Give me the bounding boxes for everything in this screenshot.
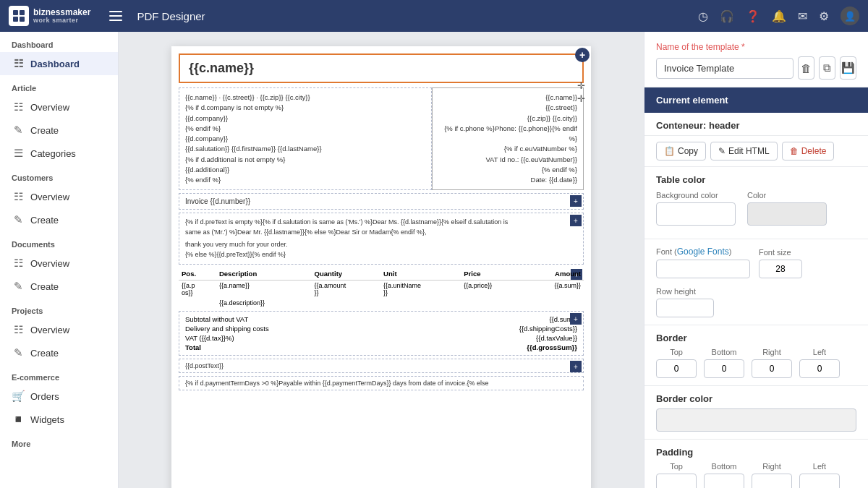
user-icon[interactable]: 👤 bbox=[841, 7, 859, 25]
section-handle-middle[interactable]: ✛ bbox=[577, 93, 585, 104]
border-bottom-input[interactable] bbox=[704, 359, 744, 378]
table-color-row: Background color Color bbox=[656, 191, 856, 226]
border-top-label: Top bbox=[656, 348, 697, 356]
template-name-input[interactable] bbox=[656, 58, 793, 79]
hamburger-menu[interactable] bbox=[106, 8, 125, 24]
svg-rect-3 bbox=[20, 17, 25, 22]
orders-icon: 🛒 bbox=[12, 390, 25, 403]
sidebar-item-ecommerce-widgets[interactable]: ◾ Widgets bbox=[0, 408, 118, 431]
table-col-pos: Pos. bbox=[179, 267, 216, 281]
sidebar-item-customers-create-label: Create bbox=[30, 215, 59, 226]
padding-bottom-input[interactable] bbox=[704, 474, 744, 488]
sidebar-item-ecommerce-orders[interactable]: 🛒 Orders bbox=[0, 385, 118, 408]
pdf-footer-block[interactable]: {% if d.paymentTermDays >0 %}Payable wit… bbox=[179, 376, 584, 390]
vat-value: {{d.taxValue}} bbox=[536, 334, 577, 342]
border-right-input[interactable] bbox=[752, 359, 792, 378]
pdf-address-left[interactable]: {{c.name}} · {{c.street}} · {{c.zip}} {{… bbox=[179, 87, 432, 190]
padding-labels: Top Bottom Right Left bbox=[656, 462, 856, 471]
customers-create-icon: ✎ bbox=[12, 213, 25, 226]
sidebar-item-documents-create-label: Create bbox=[30, 281, 59, 292]
projects-create-icon: ✎ bbox=[12, 346, 25, 359]
color-swatch[interactable] bbox=[747, 202, 827, 226]
pdf-address-left-line4: {% endif %} bbox=[185, 124, 425, 134]
pdf-subtotals-block[interactable]: + Subtotal without VAT {{d.sum}} Deliver… bbox=[179, 311, 584, 356]
sidebar-item-article-categories[interactable]: ☰ Categories bbox=[0, 142, 118, 165]
padding-top-input[interactable] bbox=[656, 474, 697, 488]
border-bottom-label: Bottom bbox=[704, 348, 744, 356]
sidebar-item-documents-overview[interactable]: ☷ Overview bbox=[0, 252, 118, 275]
padding-right-input[interactable] bbox=[752, 474, 792, 488]
help-icon[interactable]: ❓ bbox=[746, 9, 760, 23]
pdf-body-text-block[interactable]: {% if d.preText is empty %}{% if d.salut… bbox=[179, 213, 584, 265]
pdf-add-button[interactable]: + bbox=[575, 48, 590, 62]
bell-icon[interactable]: 🔔 bbox=[772, 9, 786, 23]
template-save-button[interactable]: 💾 bbox=[840, 56, 856, 80]
current-element-label: Current element bbox=[656, 95, 728, 106]
section-ecommerce: E-commerce bbox=[0, 364, 118, 385]
delete-button[interactable]: 🗑 Delete bbox=[782, 142, 835, 160]
font-size-input[interactable] bbox=[759, 260, 802, 278]
pdf-address-right[interactable]: {{c.name}} {{c.street}} {{c.zip}} {{c.ci… bbox=[432, 87, 584, 190]
email-icon[interactable]: ✉ bbox=[798, 9, 807, 23]
bg-color-swatch[interactable] bbox=[656, 202, 736, 226]
sidebar-item-customers-overview[interactable]: ☷ Overview bbox=[0, 185, 118, 208]
invoice-number-add[interactable]: + bbox=[570, 195, 582, 207]
border-left-input[interactable] bbox=[799, 359, 840, 378]
pdf-addr-right-phone: {% if c.phone %}Phone: {{c.phone}}{% end… bbox=[438, 124, 577, 145]
subtotals-add[interactable]: + bbox=[570, 313, 582, 325]
total-label: Total bbox=[185, 343, 201, 351]
topbar: biznessmaker work smarter PDF Designer ◷… bbox=[0, 0, 868, 32]
sidebar-item-customers-create[interactable]: ✎ Create bbox=[0, 208, 118, 231]
table-col-amount: Amount bbox=[524, 267, 584, 281]
pdf-invoice-number-block[interactable]: Invoice {{d.number}} + bbox=[179, 193, 584, 210]
border-color-swatch[interactable] bbox=[656, 408, 856, 432]
table-color-title: Table color bbox=[656, 174, 856, 185]
headphone-icon[interactable]: 🎧 bbox=[720, 9, 734, 23]
settings-icon[interactable]: ⚙ bbox=[819, 9, 829, 23]
copy-button[interactable]: 📋 Copy bbox=[656, 142, 706, 160]
pdf-addr-right-vat-endif: {% endif %} bbox=[438, 165, 577, 175]
sidebar-item-article-overview[interactable]: ☷ Overview bbox=[0, 95, 118, 119]
sidebar-item-projects-overview[interactable]: ☷ Overview bbox=[0, 318, 118, 341]
section-documents: Documents bbox=[0, 231, 118, 252]
sidebar-item-projects-overview-label: Overview bbox=[30, 325, 69, 335]
padding-left-input[interactable] bbox=[799, 474, 840, 488]
padding-section: Padding Top Bottom Right Left bbox=[644, 440, 868, 488]
body-text-add[interactable]: + bbox=[570, 215, 582, 226]
sidebar-item-dashboard[interactable]: ☷ Dashboard bbox=[0, 52, 118, 75]
font-family-group: Font (Google Fonts) bbox=[656, 247, 750, 278]
border-right-label: Right bbox=[752, 348, 792, 356]
pdf-invoice-number-text: Invoice {{d.number}} bbox=[185, 197, 250, 205]
pdf-header-name-block[interactable]: {{c.name}} + bbox=[179, 53, 584, 83]
alarm-icon[interactable]: ◷ bbox=[698, 9, 708, 23]
font-family-label: Font (Google Fonts) bbox=[656, 247, 750, 257]
font-row: Font (Google Fonts) Font size Row height bbox=[656, 247, 856, 317]
border-labels: Top Bottom Right Left bbox=[656, 348, 856, 356]
sidebar-item-article-categories-label: Categories bbox=[30, 148, 76, 159]
sidebar-item-projects-create[interactable]: ✎ Create bbox=[0, 341, 118, 364]
template-copy-button[interactable]: ⧉ bbox=[819, 56, 835, 80]
padding-left-label: Left bbox=[799, 462, 840, 471]
article-create-icon: ✎ bbox=[12, 124, 25, 137]
projects-overview-icon: ☷ bbox=[12, 323, 25, 336]
pdf-address-left-line5: {{d.company}} bbox=[185, 134, 425, 144]
section-handle-top[interactable]: ✛ bbox=[577, 80, 585, 91]
sidebar-item-documents-create[interactable]: ✎ Create bbox=[0, 275, 118, 298]
row-height-input[interactable] bbox=[656, 299, 714, 317]
table-col-price: Price bbox=[461, 267, 524, 281]
font-family-input[interactable] bbox=[656, 260, 750, 278]
sidebar-item-article-create[interactable]: ✎ Create bbox=[0, 119, 118, 142]
template-delete-button[interactable]: 🗑 bbox=[798, 56, 814, 80]
customers-overview-icon: ☷ bbox=[12, 190, 25, 203]
app-name-text: biznessmaker work smarter bbox=[33, 8, 90, 24]
sidebar-item-dashboard-label: Dashboard bbox=[30, 59, 80, 69]
sidebar-item-orders-label: Orders bbox=[30, 391, 59, 402]
pdf-body-line2: same as ('Mr.') %}Dear Mr. {{d.lastname}… bbox=[185, 228, 577, 238]
row-height-group: Row height bbox=[656, 287, 714, 317]
border-top-input[interactable] bbox=[656, 359, 697, 378]
posttext-add[interactable]: + bbox=[570, 361, 582, 372]
border-left-label: Left bbox=[799, 348, 840, 356]
pdf-posttext-block[interactable]: {{d.postText}} + bbox=[179, 359, 584, 373]
edit-html-button[interactable]: ✎ Edit HTML bbox=[710, 142, 778, 160]
google-fonts-link[interactable]: Google Fonts bbox=[677, 247, 729, 257]
